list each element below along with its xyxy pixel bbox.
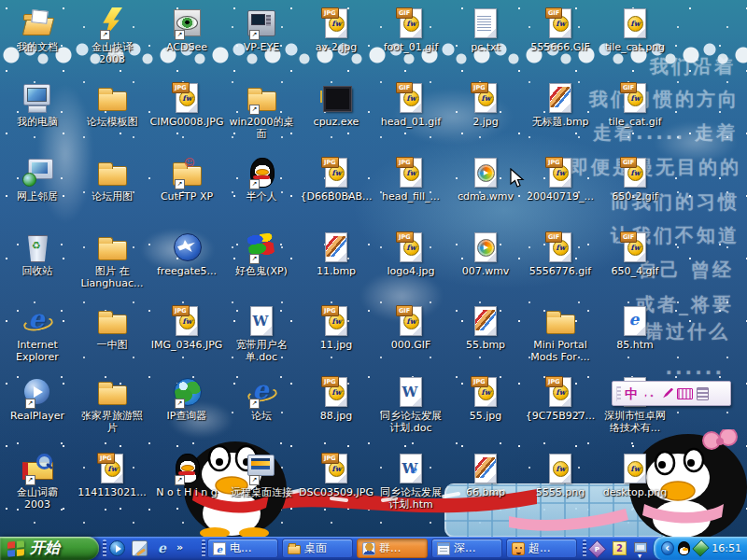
desktop-icon[interactable]: e 85.htm [598,305,672,351]
desktop-icon[interactable]: 论坛用图 [75,157,149,203]
internet-explorer-icon[interactable] [154,540,170,556]
desktop-icon[interactable]: fw JPG 114113021... [75,453,149,498]
desktop-icon[interactable]: 55.bmp [448,305,523,351]
desktop-icon[interactable]: 金山词霸2003 [0,453,75,511]
desktop-icon[interactable]: fw JPG 55.jpg [448,376,523,422]
taskbar-clock[interactable]: 16:51 [712,542,741,554]
taskbar-grip[interactable] [103,539,106,557]
desktop-icon[interactable]: 论坛模板图 [75,82,149,128]
ciba-tray-icon[interactable] [692,539,710,557]
desktop-icon[interactable]: 图片 在Lianghuac... [75,231,149,289]
desktop-icon[interactable]: 我的电脑 [0,82,75,128]
desktop-icon[interactable]: VP-EYE [224,7,299,53]
desktop-icon[interactable]: fw JPG IMG_0346.JPG [149,305,224,351]
ime-pen-icon[interactable] [662,388,673,399]
desktop-icon[interactable]: fw GIF 650_4.gif [598,231,672,277]
task-button-label: 深... [454,540,475,556]
desktop-icon[interactable]: freegate5... [149,231,224,277]
desktop-icon[interactable]: e InternetExplorer [0,305,75,363]
ime-keyboard-icon[interactable] [677,388,693,399]
desktop-icon[interactable]: 张家界旅游照片 [75,376,149,434]
desktop-icon[interactable]: 网上邻居 [0,157,75,203]
desktop-icon[interactable]: fw JPG head_fill_... [374,157,448,203]
desktop-icon[interactable]: fw GIF tile_cat.gif [598,82,672,128]
taskbar-task-button[interactable]: 群... [357,539,428,558]
desktop-icon[interactable]: ☺ CutFTP XP [149,157,224,203]
qq-tray-icon[interactable] [678,541,691,555]
ime-chinese-mode-icon[interactable]: 中 [625,387,638,400]
desktop-icon[interactable]: fw GIF head_01.gif [374,82,448,128]
desktop-icon[interactable]: fw 5555.png [523,453,598,498]
desktop-icon[interactable]: 我的文档 [0,7,75,53]
desktop-icon[interactable]: fw JPG logo4.jpg [374,231,448,277]
desktop-icon-label: 650-2.gif [612,190,657,203]
desktop-icon[interactable]: fw GIF 000.GIF [374,305,448,351]
desktop-icon[interactable]: pc.txt [448,7,523,53]
desktop-icon-label: pc.txt [471,41,500,53]
desktop-icon[interactable]: fw GIF foot_01.gif [374,7,448,53]
shortcut-arrow-icon [249,475,260,485]
desktop-icon[interactable]: W 宽带用户名单.doc [224,305,299,363]
desktop-icon[interactable]: fw GIF 650-2.gif [598,157,672,203]
ime-tray-icon[interactable] [588,540,607,559]
quick-launch-overflow-chevron[interactable]: » [176,540,183,556]
taskbar-grip[interactable] [583,539,586,557]
desktop-icon[interactable]: Mini PortalMods For ... [523,305,598,363]
desktop-icon[interactable]: We 同乡论坛发展计划.htm [374,453,448,511]
desktop-icon[interactable]: 一中图 [75,305,149,351]
file-type-banner: JPG [545,157,563,168]
ime-punctuation-icon[interactable]: ，。 [641,389,658,398]
ime-menu-icon[interactable] [697,387,709,400]
desktop-icon[interactable]: fw JPG 2.jpg [448,82,523,128]
desktop-icon[interactable]: fw GIF 555666.GIF [523,7,598,53]
desktop-icon[interactable]: fw tile_cat.png [598,7,672,53]
desktop[interactable]: 我们沿着我们习惯的方向走着..... 走着即便是漫无目的的而我们的习惯让我们不知… [0,0,747,537]
desktop-icon[interactable]: fw JPG 20040719_... [523,157,598,203]
taskbar-task-button[interactable]: 深... [431,539,502,558]
desktop-icon[interactable]: ▶ 007.wmv [448,231,523,277]
desktop-icon[interactable]: fw JPG 88.jpg [299,376,374,422]
desktop-icon[interactable]: e 论坛 [224,376,299,422]
file-type-banner: JPG [321,305,339,316]
desktop-icon[interactable]: cpuz.exe [299,82,374,128]
desktop-icon[interactable]: fw JPG 11.jpg [299,305,374,351]
desktop-icon[interactable]: fw JPG CIMG0008.JPG [149,82,224,128]
desktop-icon[interactable]: ▶ cdma.wmv [448,157,523,203]
taskbar-task-button[interactable]: 电... [207,539,278,558]
desktop-icon[interactable]: 好色鬼(XP) [224,231,299,277]
desktop-icon[interactable]: fw JPG av-2.jpg [299,7,374,53]
desktop-icon[interactable]: ♻ 回收站 [0,231,75,277]
desktop-icon[interactable]: fw JPG {9C75B927... [523,376,598,422]
ime-language-bar[interactable]: 中 ，。 [612,381,731,406]
ime-drag-handle[interactable] [616,386,621,401]
desktop-icon[interactable]: 半个人 [224,157,299,203]
desktop-icon[interactable]: 无标题.bmp [523,82,598,128]
desktop-icon[interactable]: fw GIF 5556776.gif [523,231,598,277]
desktop-icon[interactable]: 11.bmp [299,231,374,277]
desktop-icon[interactable]: fw JPG {D66B0BAB... [299,157,374,203]
desktop-icon[interactable]: RealPlayer [0,376,75,422]
desktop-icon[interactable]: 远程桌面连接 [224,453,299,498]
start-button[interactable]: 开始 [0,537,99,560]
desktop-icon[interactable]: win2000的桌面 [224,82,299,140]
taskbar-task-button[interactable]: 桌面 [282,539,353,558]
desktop-icon[interactable]: fw JPG DSC03509.JPG [299,453,374,498]
show-desktop-icon[interactable] [132,540,148,556]
desktop-icon[interactable]: W 同乡论坛发展计划.doc [374,376,448,434]
desktop-icon[interactable]: 金山快译2003 [75,7,149,65]
media-player-icon[interactable] [109,540,125,556]
desktop-icon[interactable]: fw desktop.png [598,453,672,498]
tray-note-icon[interactable] [613,541,627,555]
desktop-icon-graphic: We [394,453,428,484]
taskbar-task-button[interactable]: 超... [506,539,577,558]
display-tray-icon[interactable] [634,542,647,553]
desktop-icon[interactable]: IP查询器 [149,376,224,422]
language-bar-collapse-icon[interactable] [661,541,674,555]
desktop-icon[interactable]: 66.bmp [448,453,523,498]
taskbar-grip[interactable] [202,539,205,557]
desktop-icon[interactable]: N o t H i n g [149,453,224,498]
desktop-icon-graphic [95,157,129,189]
file-type-banner: GIF [545,7,562,19]
desktop-icon-graphic [245,7,278,39]
desktop-icon[interactable]: ACDSee [149,7,224,53]
